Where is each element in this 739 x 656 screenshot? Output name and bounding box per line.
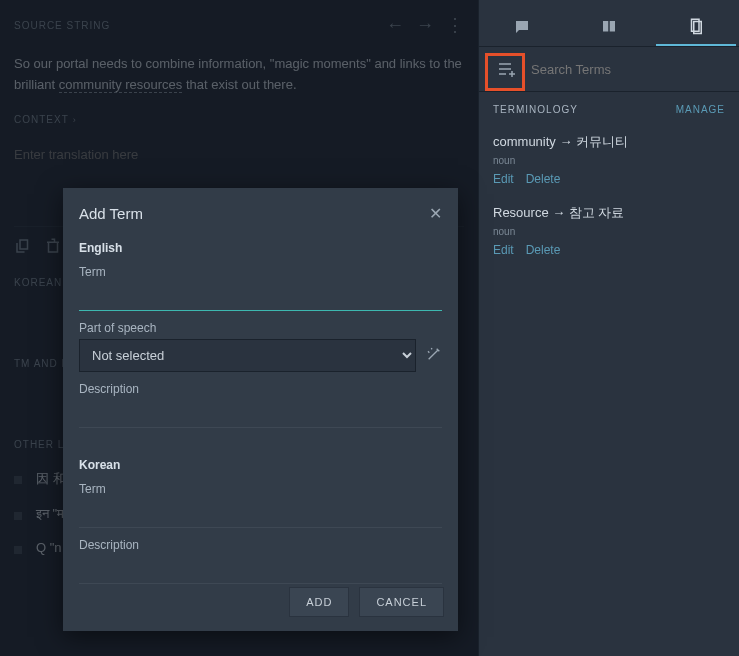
add-list-icon xyxy=(497,61,517,77)
search-terms-input[interactable] xyxy=(531,62,725,77)
close-modal-button[interactable]: ✕ xyxy=(429,204,442,223)
tab-references[interactable] xyxy=(569,8,649,46)
magic-wand-icon xyxy=(426,346,442,362)
tab-terminology[interactable] xyxy=(656,8,736,46)
description-field-label-korean: Description xyxy=(79,538,442,552)
term-field-label-korean: Term xyxy=(79,482,442,496)
edit-term-link[interactable]: Edit xyxy=(493,243,514,257)
term-entry: community → 커뮤니티 noun Edit Delete xyxy=(479,127,739,198)
term-title: community → 커뮤니티 xyxy=(493,133,725,151)
term-pos: noun xyxy=(493,155,725,166)
add-term-modal: Add Term ✕ English Term Part of speech N… xyxy=(63,188,458,631)
source-string-label: SOURCE STRING xyxy=(14,20,110,31)
manage-link[interactable]: MANAGE xyxy=(676,104,725,115)
description-field-label: Description xyxy=(79,382,442,396)
delete-icon[interactable] xyxy=(44,237,62,255)
delete-term-link[interactable]: Delete xyxy=(526,243,561,257)
tab-comments[interactable] xyxy=(482,8,562,46)
sidebar-tabs xyxy=(479,0,739,47)
source-string-text: So our portal needs to combine informati… xyxy=(14,54,464,96)
korean-section-label: Korean xyxy=(79,458,442,472)
translation-input[interactable] xyxy=(14,143,464,166)
term-pos: noun xyxy=(493,226,725,237)
english-term-input[interactable] xyxy=(79,283,442,311)
terminology-heading: TERMINOLOGY xyxy=(493,104,578,115)
korean-term-input[interactable] xyxy=(79,500,442,528)
more-options-button[interactable]: ⋮ xyxy=(446,14,464,36)
prev-string-button[interactable]: ← xyxy=(386,15,404,36)
korean-description-input[interactable] xyxy=(79,556,442,584)
modal-title: Add Term xyxy=(79,205,143,222)
right-sidebar: TERMINOLOGY MANAGE community → 커뮤니티 noun… xyxy=(478,0,739,656)
copy-icon[interactable] xyxy=(14,237,32,255)
book-icon xyxy=(600,18,618,36)
add-button[interactable]: ADD xyxy=(289,587,349,617)
context-label[interactable]: CONTEXT› xyxy=(14,114,464,125)
edit-term-link[interactable]: Edit xyxy=(493,172,514,186)
term-field-label: Term xyxy=(79,265,442,279)
english-section-label: English xyxy=(79,241,442,255)
term-title: Resource → 참고 자료 xyxy=(493,204,725,222)
next-string-button[interactable]: → xyxy=(416,15,434,36)
delete-term-link[interactable]: Delete xyxy=(526,172,561,186)
auto-detect-button[interactable] xyxy=(426,346,442,365)
part-of-speech-select[interactable]: Not selected xyxy=(79,339,416,372)
glossary-term-underline[interactable]: community resources xyxy=(59,77,183,93)
cancel-button[interactable]: CANCEL xyxy=(359,587,444,617)
comment-icon xyxy=(513,18,531,36)
glossary-icon xyxy=(687,17,705,35)
add-term-button[interactable] xyxy=(493,57,521,81)
pos-field-label: Part of speech xyxy=(79,321,442,335)
english-description-input[interactable] xyxy=(79,400,442,428)
term-entry: Resource → 참고 자료 noun Edit Delete xyxy=(479,198,739,269)
